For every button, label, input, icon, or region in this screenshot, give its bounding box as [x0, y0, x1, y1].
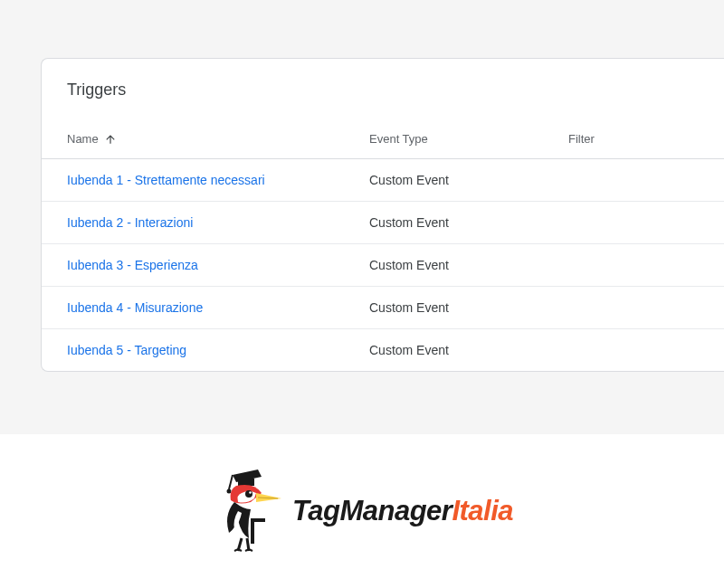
trigger-name-link[interactable]: Iubenda 2 - Interazioni: [67, 215, 193, 230]
triggers-table: Name Event Type Filter Iubenda 1 - Stret…: [42, 121, 724, 371]
trigger-filter: [568, 159, 699, 201]
sort-ascending-icon: [104, 133, 117, 146]
column-header-event-type-label: Event Type: [369, 132, 428, 146]
svg-point-3: [226, 489, 231, 494]
trigger-event-type: Custom Event: [369, 159, 568, 201]
column-header-event-type[interactable]: Event Type: [369, 121, 568, 158]
brand-logo-text-part2: Italia: [452, 495, 513, 526]
brand-logo-text: TagManagerItalia: [292, 495, 513, 527]
brand-logo-text-part1: TagManager: [292, 495, 452, 526]
trigger-event-type: Custom Event: [369, 287, 568, 328]
trigger-name-link[interactable]: Iubenda 4 - Misurazione: [67, 300, 203, 315]
trigger-event-type: Custom Event: [369, 329, 568, 371]
svg-point-4: [245, 490, 252, 498]
panel-title: Triggers: [42, 59, 724, 121]
trigger-filter: [568, 287, 699, 328]
svg-point-5: [249, 491, 252, 494]
trigger-filter: [568, 244, 699, 286]
trigger-name-link[interactable]: Iubenda 1 - Strettamente necessari: [67, 173, 265, 187]
svg-rect-1: [238, 479, 254, 486]
table-row[interactable]: Iubenda 1 - Strettamente necessari Custo…: [42, 159, 724, 202]
trigger-name-link[interactable]: Iubenda 5 - Targeting: [67, 343, 186, 357]
column-header-name-label: Name: [67, 132, 99, 146]
trigger-event-type: Custom Event: [369, 244, 568, 286]
table-row[interactable]: Iubenda 4 - Misurazione Custom Event: [42, 287, 724, 329]
trigger-event-type: Custom Event: [369, 202, 568, 243]
table-header: Name Event Type Filter: [42, 121, 724, 159]
trigger-filter: [568, 202, 699, 243]
woodpecker-graduate-icon: [211, 466, 283, 556]
svg-line-2: [229, 475, 233, 489]
triggers-panel: Triggers Name Event Type Filter Iubenda …: [41, 58, 724, 372]
trigger-name-link[interactable]: Iubenda 3 - Esperienza: [67, 258, 198, 272]
table-row[interactable]: Iubenda 2 - Interazioni Custom Event: [42, 202, 724, 244]
brand-logo: TagManagerItalia: [0, 434, 724, 588]
column-header-filter[interactable]: Filter: [568, 121, 699, 158]
table-row[interactable]: Iubenda 3 - Esperienza Custom Event: [42, 244, 724, 287]
column-header-name[interactable]: Name: [67, 121, 369, 158]
column-header-filter-label: Filter: [568, 132, 595, 146]
trigger-filter: [568, 329, 699, 371]
table-row[interactable]: Iubenda 5 - Targeting Custom Event: [42, 329, 724, 371]
